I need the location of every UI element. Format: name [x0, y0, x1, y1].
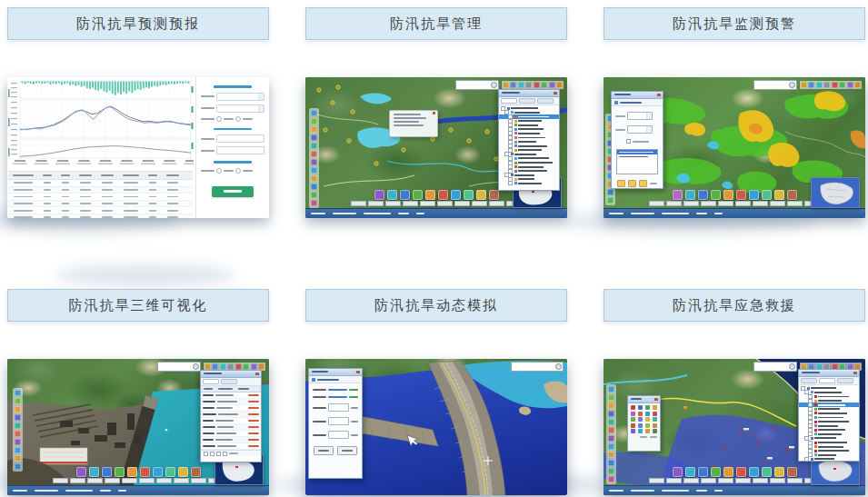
date-input[interactable] [627, 112, 653, 120]
map-search-input[interactable] [511, 362, 564, 372]
tool-icon[interactable] [311, 184, 317, 190]
checkbox[interactable] [626, 139, 631, 144]
tool-icon[interactable] [311, 192, 317, 198]
table-row[interactable] [8, 194, 193, 201]
tool-icon[interactable] [607, 189, 614, 195]
detail-link[interactable] [248, 426, 259, 428]
dock-icon[interactable] [787, 190, 797, 200]
resource-palette[interactable] [627, 395, 661, 452]
layer-tree-item[interactable] [799, 457, 859, 462]
tool-button[interactable] [628, 180, 636, 187]
tool-icon[interactable] [503, 82, 509, 88]
dock-icon[interactable] [673, 467, 683, 477]
palette-icon[interactable] [645, 405, 650, 410]
left-tool-strip[interactable] [13, 388, 23, 472]
pager-button[interactable] [210, 452, 215, 456]
panel-titlebar[interactable] [499, 90, 559, 97]
dialog-titlebar[interactable] [612, 92, 663, 99]
overview-map[interactable] [811, 177, 860, 208]
tool-icon[interactable] [608, 419, 614, 425]
palette-titlebar[interactable] [628, 396, 660, 403]
dock-icon[interactable] [178, 467, 188, 477]
map-toolbar-icons[interactable] [502, 81, 564, 89]
map-pick-link[interactable] [328, 389, 347, 391]
bottom-dock[interactable] [649, 190, 820, 207]
tool-icon[interactable] [15, 398, 21, 404]
bottom-dock[interactable] [649, 467, 820, 484]
tool-icon[interactable] [205, 363, 211, 370]
record-row[interactable] [201, 399, 261, 405]
banner-rescue[interactable]: 防汛抗旱应急救援 [604, 289, 865, 322]
records-table[interactable] [201, 386, 261, 456]
records-panel[interactable] [200, 370, 262, 462]
tool-icon[interactable] [832, 82, 838, 88]
tool-icon[interactable] [15, 431, 21, 437]
palette-grid[interactable] [628, 403, 660, 435]
tool-icon[interactable] [510, 82, 516, 88]
dialog-titlebar[interactable] [309, 369, 362, 376]
action-button[interactable] [337, 446, 357, 455]
forecast-settings-form[interactable] [195, 77, 269, 218]
detail-link[interactable] [248, 401, 259, 403]
bottom-dock[interactable] [53, 467, 224, 484]
map-search-input[interactable] [753, 362, 797, 372]
tool-icon[interactable] [608, 443, 614, 450]
palette-icon[interactable] [653, 412, 657, 416]
record-row[interactable] [201, 424, 261, 431]
map-pick-link[interactable] [328, 396, 347, 398]
tool-icon[interactable] [608, 427, 614, 433]
panel-tabs[interactable] [499, 97, 559, 105]
pager-button[interactable] [204, 452, 208, 456]
tool-icon[interactable] [608, 386, 614, 393]
tool-icon[interactable] [15, 439, 21, 445]
tool-icon[interactable] [243, 363, 249, 370]
breach-simulation-dialog[interactable] [308, 368, 363, 479]
dock-icon[interactable] [165, 467, 175, 477]
palette-icon[interactable] [631, 417, 635, 422]
layer-checkbox[interactable] [804, 457, 809, 462]
dock-icon[interactable] [723, 467, 733, 477]
map-search-input[interactable] [157, 362, 201, 372]
palette-icon[interactable] [645, 417, 650, 422]
dock-icon[interactable] [140, 467, 150, 477]
dock-icon[interactable] [685, 467, 695, 477]
dock-icon[interactable] [387, 190, 397, 200]
dock-icon[interactable] [698, 190, 708, 200]
detail-link[interactable] [248, 407, 259, 409]
viz3d-screenshot[interactable] [7, 359, 269, 495]
panel-titlebar[interactable] [201, 371, 261, 378]
bottom-dock[interactable] [351, 190, 522, 207]
tab[interactable] [519, 98, 535, 104]
dock-icon[interactable] [698, 467, 708, 477]
tool-icon[interactable] [251, 363, 257, 370]
dock-icon[interactable] [762, 467, 772, 477]
layer-tree-item[interactable] [499, 182, 559, 186]
tab[interactable] [221, 379, 237, 384]
date-input[interactable] [627, 125, 653, 134]
select-field[interactable] [216, 93, 264, 101]
monitoring-screenshot[interactable] [604, 77, 865, 218]
table-row[interactable] [8, 201, 193, 208]
dock-icon[interactable] [89, 467, 99, 477]
tool-icon[interactable] [847, 82, 853, 88]
tab[interactable] [537, 98, 554, 104]
banner-monitoring[interactable]: 防汛抗旱监测预警 [604, 7, 865, 40]
palette-icon[interactable] [645, 429, 650, 433]
tool-icon[interactable] [608, 468, 614, 474]
palette-icon[interactable] [631, 423, 635, 428]
radio-button[interactable] [235, 168, 241, 174]
dock-icon[interactable] [762, 190, 772, 200]
layer-tree[interactable] [799, 385, 859, 462]
layer-manager-panel[interactable] [498, 89, 560, 191]
tool-icon[interactable] [608, 411, 614, 417]
result-listbox[interactable] [616, 149, 658, 174]
value-input[interactable] [328, 403, 349, 412]
detail-link[interactable] [248, 445, 259, 447]
palette-icon[interactable] [638, 417, 643, 422]
palette-icon[interactable] [631, 405, 635, 410]
tool-icon[interactable] [227, 363, 234, 370]
dock-icon[interactable] [774, 190, 784, 200]
tool-icon[interactable] [311, 110, 317, 116]
dock-icon[interactable] [127, 467, 137, 477]
tool-icon[interactable] [258, 363, 264, 370]
